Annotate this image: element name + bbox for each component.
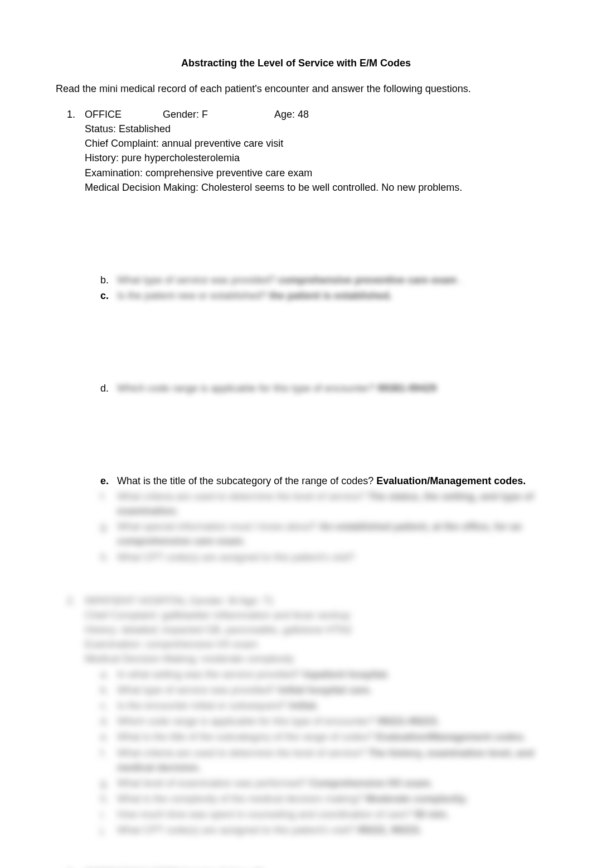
q2-item-d: d. Which code range is applicable for th…: [100, 714, 536, 729]
q2-i-q: How much time was spent in counseling an…: [117, 809, 414, 820]
q1-h-content: What CPT code(s) are assigned to this pa…: [117, 550, 536, 565]
q2-item-e: e. What is the title of the subcategory …: [100, 730, 536, 744]
q2-i-a: 50 min.: [414, 809, 449, 820]
q1-d-question: Which code range is applicable for this …: [117, 383, 377, 394]
q2-c-a: Initial.: [289, 700, 318, 711]
q1-number: 1.: [67, 107, 85, 565]
q1-item-c: c. Is the patient new or established? th…: [100, 288, 536, 303]
q1-h-question: What CPT code(s) are assigned to this pa…: [117, 552, 355, 563]
q1-b-letter: b.: [100, 273, 117, 287]
q1-complaint: Chief Complaint: annual preventive care …: [85, 136, 536, 151]
q1-mdm: Medical Decision Making: Cholesterol see…: [85, 180, 536, 195]
q1-f-content: What criteria are used to determine the …: [117, 489, 536, 518]
q2-c-letter: c.: [100, 698, 117, 713]
q1-b-answer: comprehensive preventive care exam: [278, 274, 457, 286]
q2-j-q: What CPT code(s) are assigned to this pa…: [117, 824, 357, 836]
q2-e-a: Evaluation/Management codes.: [376, 731, 526, 742]
q1-item-b: b. What type of service was provided? co…: [100, 273, 536, 287]
q2-g-q: What level of examination was performed?: [117, 778, 309, 789]
q1-b-suffix: .: [459, 274, 462, 286]
q2-h-a: Moderate complexity.: [366, 793, 468, 804]
q1-f-letter: f.: [100, 489, 117, 518]
q1-g-content: What special information must I know abo…: [117, 519, 536, 548]
q2-item-a: a. In what setting was the service provi…: [100, 667, 536, 682]
q2-b-a: Initial hospital care.: [278, 684, 372, 696]
q2-number: 2.: [67, 594, 85, 839]
q1-item-h: h. What CPT code(s) are assigned to this…: [100, 550, 536, 565]
q2-h-q: What is the complexity of the medical de…: [117, 793, 366, 804]
q1-d-letter: d.: [100, 381, 117, 396]
q2-j-a: 99222, 99223.: [357, 824, 421, 836]
q1-g-question: What special information must I know abo…: [117, 521, 319, 532]
question-1: 1. OFFICE Gender: F Age: 48 Status: Esta…: [56, 107, 536, 565]
q1-e-content: What is the title of the subcategory of …: [117, 474, 536, 488]
q2-f-letter: f.: [100, 746, 117, 775]
q1-b-content: What type of service was provided? compr…: [117, 273, 536, 287]
q2-j-letter: j.: [100, 823, 117, 837]
q1-d-content: Which code range is applicable for this …: [117, 381, 536, 396]
q2-d-q: Which code range is applicable for this …: [117, 716, 377, 727]
q1-c-letter: c.: [100, 288, 117, 303]
q1-item-d: d. Which code range is applicable for th…: [100, 381, 536, 396]
q1-office: OFFICE: [85, 107, 163, 122]
q2-g-letter: g.: [100, 776, 117, 790]
q2-f-q: What criteria are used to determine the …: [117, 748, 368, 759]
q2-e-letter: e.: [100, 730, 117, 744]
q1-e-question: What is the title of the subcategory of …: [117, 475, 376, 486]
q2-a-q: In what setting was the service provided…: [117, 669, 303, 680]
q2-i-letter: i.: [100, 807, 117, 822]
q2-item-i: i. How much time was spent in counseling…: [100, 807, 536, 822]
q1-g-letter: g.: [100, 519, 117, 548]
q2-item-c: c. Is the encounter initial or subsequen…: [100, 698, 536, 713]
q2-h-letter: h.: [100, 792, 117, 806]
q1-item-e: e. What is the title of the subcategory …: [100, 474, 536, 488]
q1-c-question: Is the patient new or established?: [117, 290, 269, 301]
q1-status: Status: Established: [85, 122, 536, 136]
q2-item-f: f. What criteria are used to determine t…: [100, 746, 536, 775]
q1-e-answer: Evaluation/Management codes.: [376, 475, 526, 486]
q2-item-b: b. What type of service was provided? In…: [100, 683, 536, 697]
q1-e-letter: e.: [100, 474, 117, 488]
q2-header: INPATIENT HOSPITAL Gender: M Age: 71: [85, 594, 536, 608]
q2-mdm: Medical Decision Making: moderate comple…: [85, 652, 536, 666]
q2-e-q: What is the title of the subcategory of …: [117, 731, 376, 742]
q2-item-h: h. What is the complexity of the medical…: [100, 792, 536, 806]
q2-a-a: Inpatient hospital.: [303, 669, 389, 680]
q1-history: History: pure hypercholesterolemia: [85, 151, 536, 165]
q2-history: History: detailed; impacted GB, pancreat…: [85, 623, 536, 637]
q1-age: Age: 48: [274, 107, 309, 122]
q2-d-a: 99221-99223.: [377, 716, 439, 727]
q1-exam: Examination: comprehensive preventive ca…: [85, 166, 536, 180]
q2-d-letter: d.: [100, 714, 117, 729]
q1-f-question: What criteria are used to determine the …: [117, 491, 368, 502]
q2-exam: Examination: comprehensive HX exam: [85, 637, 536, 652]
q2-complaint: Chief Complaint: gallbladder inflammatio…: [85, 608, 536, 623]
q1-b-question: What type of service was provided?: [117, 274, 278, 286]
q2-b-q: What type of service was provided?: [117, 684, 278, 696]
q2-a-letter: a.: [100, 667, 117, 682]
q1-item-f: f. What criteria are used to determine t…: [100, 489, 536, 518]
q2-item-g: g. What level of examination was perform…: [100, 776, 536, 790]
q1-d-answer: 99381-99429: [377, 383, 436, 394]
question-2: 2. INPATIENT HOSPITAL Gender: M Age: 71 …: [56, 594, 536, 839]
q1-c-answer: the patient is established.: [269, 290, 392, 301]
q2-c-q: Is the encounter initial or subsequent?: [117, 700, 289, 711]
page-title: Abstracting the Level of Service with E/…: [56, 56, 536, 70]
q2-item-j: j. What CPT code(s) are assigned to this…: [100, 823, 536, 837]
q1-item-g: g. What special information must I know …: [100, 519, 536, 548]
q1-h-letter: h.: [100, 550, 117, 565]
q2-g-a: Comprehensive HX exam.: [309, 778, 433, 789]
q1-c-content: Is the patient new or established? the p…: [117, 288, 536, 303]
q1-gender: Gender: F: [163, 107, 274, 122]
q2-b-letter: b.: [100, 683, 117, 697]
instructions-text: Read the mini medical record of each pat…: [56, 81, 536, 96]
